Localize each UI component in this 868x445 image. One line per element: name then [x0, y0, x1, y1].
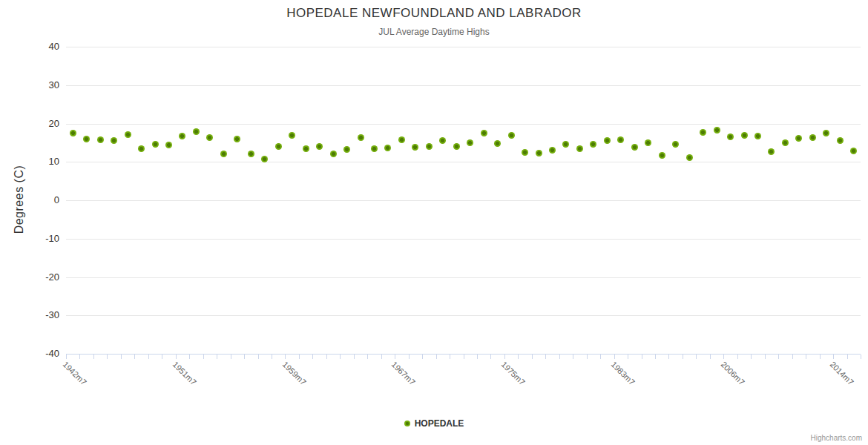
- x-axis-tick: [751, 355, 752, 359]
- data-point[interactable]: [549, 147, 556, 154]
- data-point[interactable]: [659, 152, 665, 159]
- data-point[interactable]: [508, 132, 515, 139]
- chart-container: HOPEDALE NEWFOUNDLAND AND LABRADOR JUL A…: [0, 0, 868, 445]
- data-point[interactable]: [850, 148, 857, 154]
- data-point[interactable]: [343, 146, 350, 153]
- data-point[interactable]: [768, 148, 775, 155]
- data-point[interactable]: [522, 149, 528, 156]
- x-axis-tick: [792, 355, 793, 359]
- data-point[interactable]: [220, 151, 227, 157]
- x-axis-tick: [614, 355, 615, 359]
- legend-label: HOPEDALE: [415, 418, 464, 429]
- y-gridline: [66, 47, 861, 47]
- data-point[interactable]: [741, 132, 748, 139]
- data-point[interactable]: [358, 134, 364, 141]
- x-axis-tick: [244, 355, 245, 359]
- data-point[interactable]: [631, 144, 638, 151]
- data-point[interactable]: [412, 144, 418, 151]
- x-axis-tick: [354, 355, 355, 359]
- data-point[interactable]: [494, 140, 501, 147]
- data-point[interactable]: [152, 141, 159, 148]
- data-point[interactable]: [727, 134, 734, 140]
- x-axis-tick-label: 1951m7: [171, 360, 198, 387]
- x-axis-tick: [655, 355, 656, 359]
- y-gridline: [66, 239, 861, 240]
- data-point[interactable]: [248, 151, 254, 157]
- data-point[interactable]: [111, 137, 117, 144]
- x-axis-tick: [668, 355, 669, 359]
- x-axis-tick: [121, 355, 122, 359]
- x-axis-tick: [367, 355, 368, 359]
- x-axis-tick: [409, 355, 410, 359]
- data-point[interactable]: [371, 145, 378, 152]
- data-point[interactable]: [193, 128, 200, 135]
- y-gridline: [66, 200, 861, 201]
- data-point[interactable]: [206, 134, 213, 141]
- data-point[interactable]: [384, 145, 391, 151]
- y-axis-tick-label: 0: [27, 194, 59, 205]
- data-point[interactable]: [754, 133, 761, 139]
- data-point[interactable]: [467, 139, 473, 146]
- data-point[interactable]: [83, 136, 90, 142]
- data-point[interactable]: [97, 136, 104, 143]
- data-point[interactable]: [453, 143, 460, 150]
- data-point[interactable]: [837, 137, 844, 144]
- data-point[interactable]: [275, 143, 282, 150]
- x-axis-tick: [422, 355, 423, 359]
- data-point[interactable]: [426, 143, 433, 150]
- data-point[interactable]: [562, 141, 569, 148]
- y-gridline: [66, 85, 861, 86]
- data-point[interactable]: [536, 150, 542, 156]
- data-point[interactable]: [672, 141, 679, 148]
- x-axis-tick-label: 1967m7: [390, 360, 418, 387]
- x-axis-tick: [93, 355, 94, 359]
- data-point[interactable]: [714, 127, 720, 134]
- x-axis-tick-label: 1983m7: [609, 360, 637, 387]
- data-point[interactable]: [316, 143, 323, 150]
- data-point[interactable]: [138, 145, 145, 152]
- x-axis-tick: [820, 355, 821, 359]
- x-axis-tick-label: 1942m7: [62, 360, 89, 387]
- x-axis-tick: [162, 355, 162, 359]
- y-gridline: [66, 315, 861, 316]
- chart-title: HOPEDALE NEWFOUNDLAND AND LABRADOR: [0, 6, 868, 21]
- x-axis-tick: [490, 355, 491, 359]
- data-point[interactable]: [481, 130, 487, 136]
- data-point[interactable]: [179, 133, 185, 139]
- data-point[interactable]: [617, 136, 624, 143]
- data-point[interactable]: [576, 145, 583, 152]
- data-point[interactable]: [700, 129, 706, 136]
- data-point[interactable]: [645, 139, 651, 146]
- data-point[interactable]: [604, 137, 611, 144]
- x-axis-tick: [326, 355, 327, 359]
- data-point[interactable]: [590, 141, 596, 148]
- data-point[interactable]: [795, 135, 802, 142]
- data-point[interactable]: [234, 136, 240, 142]
- chart-subtitle: JUL Average Daytime Highs: [0, 27, 868, 37]
- data-point[interactable]: [125, 131, 131, 138]
- data-point[interactable]: [165, 142, 172, 148]
- highcharts-credits-link[interactable]: Highcharts.com: [811, 434, 862, 442]
- x-axis-tick: [148, 355, 149, 359]
- legend-item-hopedale[interactable]: HOPEDALE: [0, 418, 868, 429]
- x-axis-tick: [79, 355, 80, 359]
- y-gridline: [66, 277, 861, 278]
- data-point[interactable]: [823, 130, 829, 136]
- x-axis-tick: [231, 355, 231, 359]
- y-axis-tick-label: 40: [27, 41, 59, 52]
- x-axis-tick-label: 2014m7: [829, 360, 856, 387]
- data-point[interactable]: [70, 130, 76, 136]
- data-point[interactable]: [439, 137, 446, 144]
- data-point[interactable]: [809, 134, 816, 141]
- x-axis-tick-label: 1959m7: [280, 360, 308, 387]
- data-point[interactable]: [303, 145, 309, 152]
- data-point[interactable]: [330, 151, 337, 157]
- data-point[interactable]: [782, 139, 789, 146]
- data-point[interactable]: [289, 132, 295, 139]
- data-point[interactable]: [686, 154, 693, 161]
- data-point[interactable]: [261, 156, 268, 162]
- x-axis-tick: [628, 355, 628, 359]
- x-axis-tick: [518, 355, 519, 359]
- data-point[interactable]: [398, 136, 405, 143]
- x-axis-tick: [642, 355, 642, 359]
